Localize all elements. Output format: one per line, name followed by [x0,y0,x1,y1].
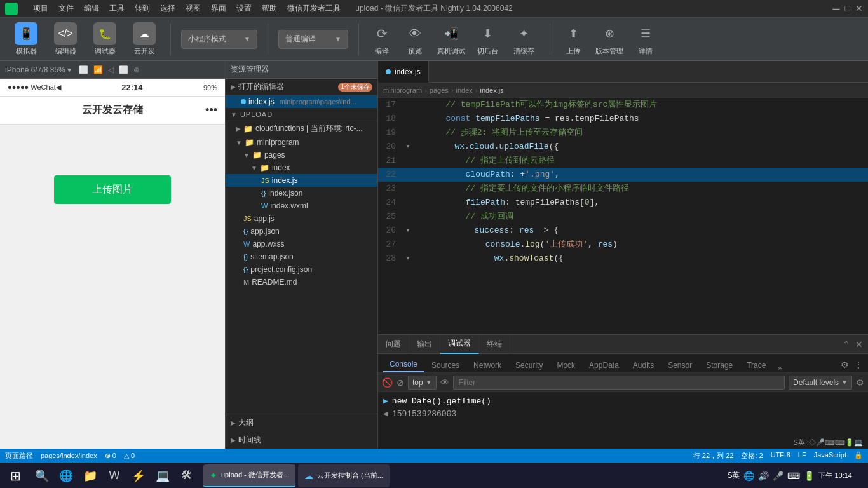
open-file-item[interactable]: index.js miniprogram\pages\ind... [226,95,377,108]
indexjson-file[interactable]: {} index.json [226,187,377,200]
menu-item-view[interactable]: 视图 [186,3,201,14]
taskbar-network-icon[interactable]: 🌐 [743,471,754,481]
cloudfunctions-folder[interactable]: ▶ 📁 cloudfunctions | 当前环境: rtc-... [226,121,377,136]
devtools-tab-sensor[interactable]: Sensor [661,358,698,372]
status-warnings[interactable]: △ 0 [124,452,135,460]
miniprogram-folder[interactable]: ▼ 📁 miniprogram [226,136,377,149]
minimize-button[interactable]: ─ [832,3,839,15]
debugger-button[interactable]: 🐛 调试器 [89,22,121,56]
level-dropdown[interactable]: Default levels ▼ [789,376,852,390]
status-line-ending[interactable]: LF [798,451,806,461]
status-encoding[interactable]: UTF-8 [771,451,790,461]
menu-item-file[interactable]: 文件 [58,3,74,14]
version-button[interactable]: ⊛ 版本管理 [593,22,625,56]
real-debug-button[interactable]: 📲 真机调试 [435,22,467,56]
details-button[interactable]: ☰ 详情 [633,22,658,56]
devtools-more2-button[interactable]: ⋮ [854,360,863,370]
upload-image-button[interactable]: 上传图片 [54,175,171,204]
panel-collapse-button[interactable]: ⌃ [843,339,850,349]
backend-button[interactable]: ⬇ 切后台 [475,22,500,56]
menu-item-settings[interactable]: 设置 [236,3,252,14]
panel-tab-output[interactable]: 输出 [409,335,440,354]
panel-close-button[interactable]: ✕ [855,339,863,349]
editor-tab-indexjs[interactable]: index.js [378,61,429,83]
devtools-settings-button[interactable]: ⚙ [841,360,849,370]
start-button[interactable]: ⊞ [3,463,28,489]
upload-button[interactable]: ⬆ 上传 [560,22,586,56]
menu-item-project[interactable]: 项目 [33,3,48,14]
filter-input[interactable] [453,376,785,390]
console-eye-icon[interactable]: 👁 [440,377,449,388]
breadcrumb-miniprogram[interactable]: miniprogram [383,86,422,94]
indexwxml-file[interactable]: W index.wxml [226,200,377,212]
console-clear-icon[interactable]: 🚫 [382,377,393,388]
compile-dropdown[interactable]: 普通编译 ▼ [278,30,348,49]
translate-button[interactable]: ⟳ 编译 [369,22,395,56]
readme-file[interactable]: M README.md [226,276,377,288]
taskbar-word-icon[interactable]: W [103,464,126,487]
editor-button[interactable]: </> 编辑器 [50,22,81,56]
upload-section-header[interactable]: ▼ UPLOAD [226,108,377,121]
panel-tab-issues[interactable]: 问题 [378,335,409,354]
timeline-section[interactable]: ▶ 时间线 [226,431,377,449]
panel-tab-debugger[interactable]: 调试器 [440,335,479,354]
devtools-tab-security[interactable]: Security [509,358,549,372]
devtools-gear-icon[interactable]: ⚙ [856,377,864,388]
fold-arrow-20[interactable]: ▾ [403,140,412,154]
devtools-tab-mock[interactable]: Mock [550,358,581,372]
phone-rotate-button[interactable]: ⬜ [79,65,88,74]
indexjs-file[interactable]: JS index.js [226,174,377,187]
taskbar-tools-icon[interactable]: 🛠 [175,464,198,487]
status-line-col[interactable]: 行 22，列 22 [693,451,734,461]
devtools-tab-storage[interactable]: Storage [700,358,739,372]
fold-arrow-28[interactable]: ▾ [403,252,412,266]
breadcrumb-index[interactable]: index [456,86,472,94]
outline-section[interactable]: ▶ 大纲 [226,414,377,431]
phone-back-button[interactable]: ◁ [108,65,114,74]
menu-item-edit[interactable]: 编辑 [84,3,99,14]
menu-item-goto[interactable]: 转到 [135,3,150,14]
sitemapjson-file[interactable]: {} sitemap.json [226,250,377,263]
devtools-tab-appdata[interactable]: AppData [583,358,625,372]
taskbar-keyboard-icon[interactable]: ⌨ [787,471,800,481]
status-language[interactable]: JavaScript [814,451,846,461]
taskbar-mic-icon[interactable]: 🎤 [773,471,783,481]
menu-item-select[interactable]: 选择 [160,3,175,14]
taskbar-speaker-icon[interactable]: 🔊 [758,471,769,481]
status-path-label[interactable]: 页面路径 [5,451,33,461]
clear-button[interactable]: ✦ 清缓存 [508,22,539,56]
devtools-tab-trace[interactable]: Trace [740,358,772,372]
menu-item-tools[interactable]: 工具 [109,3,125,14]
devtools-tab-network[interactable]: Network [467,358,508,372]
appjs-file[interactable]: JS app.js [226,212,377,225]
close-button[interactable]: ✕ [855,3,863,15]
taskbar-sogo-icon[interactable]: S英 [727,470,740,481]
panel-tab-terminal[interactable]: 终端 [479,335,510,354]
taskbar-battery-icon[interactable]: 🔋 [804,471,815,481]
taskbar-app-wechat[interactable]: ✦ upload - 微信开发者... [203,464,295,487]
projectconfig-file[interactable]: {} project.config.json [226,263,377,276]
phone-nav-dots[interactable]: ••• [205,104,217,117]
taskbar-misc-icon[interactable]: ⚡ [127,464,150,487]
devtools-more-button[interactable]: » [773,363,785,372]
taskbar-code-icon[interactable]: 💻 [151,464,174,487]
taskbar-app-cloud[interactable]: ☁ 云开发控制台 (当前... [298,464,390,487]
appjson-file[interactable]: {} app.json [226,225,377,238]
fold-arrow-26[interactable]: ▾ [403,224,412,238]
phone-home-button[interactable]: ⬜ [119,65,128,74]
open-editors-section[interactable]: ▶ 打开的编辑器 1个未保存 [226,79,377,95]
context-dropdown[interactable]: top ▼ [408,376,437,390]
cloud-button[interactable]: ☁ 云开发 [128,22,160,56]
menu-item-interface[interactable]: 界面 [211,3,226,14]
taskbar-explorer-icon[interactable]: 📁 [79,464,102,487]
maximize-button[interactable]: □ [845,3,850,15]
menu-item-wechat[interactable]: 微信开发者工具 [287,3,341,14]
simulator-button[interactable]: 📱 模拟器 [10,22,42,56]
preview-button[interactable]: 👁 预览 [402,22,428,56]
devtools-tab-console[interactable]: Console [383,357,424,372]
status-page-path[interactable]: pages/index/index [41,452,97,459]
status-errors[interactable]: ⊗ 0 [105,452,116,460]
console-command[interactable]: new Date().getTime() [392,396,491,406]
taskbar-browser-icon[interactable]: 🌐 [55,464,78,487]
index-folder[interactable]: ▼ 📁 index [226,161,377,174]
